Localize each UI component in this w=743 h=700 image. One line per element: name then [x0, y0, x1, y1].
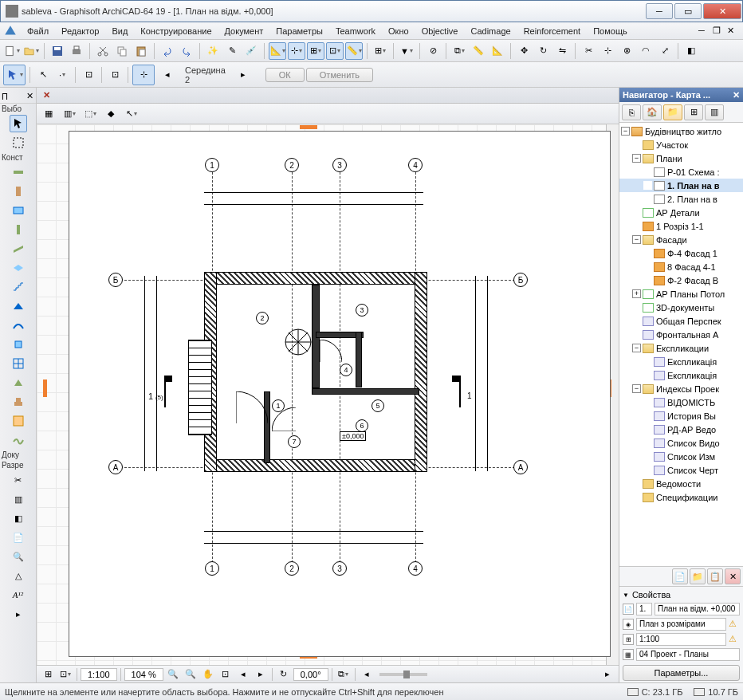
split-button[interactable]: ✂: [580, 42, 597, 60]
fillet-button[interactable]: ◠: [637, 42, 655, 60]
tree-expand-icon[interactable]: −: [632, 384, 641, 393]
nav-tab-sets[interactable]: ▥: [705, 104, 724, 120]
nav-new3-button[interactable]: 📋: [707, 568, 723, 584]
prop-id-field[interactable]: 1.: [636, 603, 652, 615]
tree-row[interactable]: РД-АР Ведо: [619, 423, 743, 436]
menu-help[interactable]: Помощь: [587, 25, 634, 37]
maximize-button[interactable]: ▭: [674, 3, 702, 19]
parameters-button[interactable]: Параметры...: [623, 665, 740, 681]
geometry-point-button[interactable]: ·▾: [53, 66, 71, 84]
marquee-tool[interactable]: [10, 134, 27, 151]
more-tool[interactable]: ▸: [10, 605, 27, 623]
window-tool[interactable]: [10, 202, 27, 219]
menu-teamwork[interactable]: Teamwork: [329, 25, 382, 37]
tree-expand-icon[interactable]: −: [632, 154, 641, 163]
trace-toggle-button[interactable]: ⧉▾: [336, 667, 352, 682]
tree-row[interactable]: +АР Планы Потол: [619, 287, 743, 301]
menu-document[interactable]: Документ: [218, 25, 270, 37]
tree-row[interactable]: Ф-2 Фасад В: [619, 273, 743, 287]
slab-tool[interactable]: [10, 259, 27, 277]
nav-tab-project[interactable]: ⎘: [622, 104, 641, 120]
view-mode2-button[interactable]: ▥▾: [61, 105, 78, 123]
tree-row[interactable]: P-01 Схема :: [619, 165, 743, 179]
rotate-button[interactable]: ↻: [534, 42, 552, 60]
trace-button[interactable]: ⧉▾: [450, 42, 468, 60]
resize-button[interactable]: ⤢: [656, 42, 674, 60]
nav-tab-publisher[interactable]: ⊞: [684, 104, 703, 120]
tree-row[interactable]: 1. План на в: [619, 179, 743, 192]
nav-new1-button[interactable]: 📄: [672, 568, 688, 584]
tree-row[interactable]: 1 Розріз 1-1: [619, 219, 743, 233]
marquee-button[interactable]: ⊡: [106, 66, 124, 84]
tree-row[interactable]: Ф-4 Фасад 1: [619, 246, 743, 260]
menu-window[interactable]: Окно: [382, 25, 415, 37]
arrow-tool-icon[interactable]: ▾: [3, 65, 26, 85]
scroll-left-button[interactable]: ◂: [359, 667, 375, 682]
app-logo-icon[interactable]: [3, 24, 18, 38]
prop-name-field[interactable]: План на відм. +0,000: [655, 603, 740, 615]
menu-objective[interactable]: Objective: [415, 25, 465, 37]
arrow-mode-button[interactable]: ↖▾: [123, 105, 140, 123]
midpoint-button[interactable]: ⊹: [132, 65, 155, 85]
mirror-button[interactable]: ⇋: [553, 42, 571, 60]
props-header[interactable]: Свойства: [623, 588, 740, 601]
fit-button[interactable]: ⊡: [218, 667, 234, 682]
nav-delete-button[interactable]: ✕: [725, 568, 741, 584]
view-mode1-button[interactable]: ▦: [40, 105, 57, 123]
interior-elev-tool[interactable]: ◧: [10, 509, 27, 527]
elevation-tool[interactable]: ▥: [10, 490, 27, 508]
tree-row[interactable]: АР Детали: [619, 206, 743, 219]
hscroll-track[interactable]: [379, 673, 427, 676]
tree-row[interactable]: Список Видо: [619, 436, 743, 450]
detail-tool[interactable]: 🔍: [10, 548, 27, 565]
nav-new2-button[interactable]: 📁: [690, 568, 706, 584]
suspend-button[interactable]: ⊘: [424, 42, 442, 60]
navigator-tree[interactable]: −Будівництво житлоУчасток−ПланиP-01 Схем…: [619, 123, 743, 566]
menu-edit[interactable]: Редактор: [55, 25, 105, 37]
snap-points-button[interactable]: ⊡▾: [326, 42, 344, 60]
midpoint-prev-button[interactable]: ◂: [156, 65, 179, 85]
tree-row[interactable]: ВІДОМІСТЬ: [619, 395, 743, 409]
nav-tab-layout[interactable]: 📁: [663, 104, 682, 120]
intersect-button[interactable]: ⊗: [618, 42, 635, 60]
roof-tool[interactable]: [10, 297, 27, 315]
mdi-minimize-icon[interactable]: ─: [698, 26, 711, 37]
door-tool[interactable]: [10, 183, 27, 200]
prop-scale-field[interactable]: 1:100: [636, 633, 726, 646]
navigator-close-icon[interactable]: ✕: [733, 90, 740, 100]
midpoint-next-button[interactable]: ▸: [232, 65, 254, 85]
pan-button[interactable]: ✋: [200, 667, 216, 682]
tree-row[interactable]: −Индексы Проек: [619, 382, 743, 395]
tree-row[interactable]: Спецификации: [619, 490, 743, 504]
menu-cadimage[interactable]: Cadimage: [464, 25, 517, 37]
mdi-close-icon[interactable]: ✕: [727, 26, 740, 37]
open-button[interactable]: ▾: [22, 42, 40, 60]
paste-button[interactable]: [132, 42, 150, 60]
ruler-button[interactable]: 📏▾: [345, 42, 363, 60]
cancel-button[interactable]: Отменить: [306, 68, 373, 82]
quick-options-button[interactable]: ⊞: [40, 667, 56, 682]
measure-button[interactable]: 📏: [470, 42, 487, 60]
arrow-tool[interactable]: [10, 115, 27, 132]
solid-op-button[interactable]: ◧: [682, 42, 700, 60]
tree-expand-icon[interactable]: +: [632, 289, 641, 298]
tree-row[interactable]: История Вы: [619, 409, 743, 423]
change-tool[interactable]: △: [10, 567, 27, 584]
zoom-field[interactable]: 104 %: [124, 668, 163, 681]
tree-row[interactable]: Фронтальная А: [619, 328, 743, 341]
wall-tool[interactable]: [10, 163, 27, 181]
nav-tab-view[interactable]: 🏠: [643, 104, 662, 120]
geometry-arrow-button[interactable]: ↖: [34, 66, 52, 84]
redo-button[interactable]: [178, 42, 195, 60]
angle-field[interactable]: 0,00°: [293, 668, 328, 681]
tree-row[interactable]: −Будівництво житло: [619, 124, 743, 138]
tree-row[interactable]: Участок: [619, 138, 743, 151]
grid-snap-button[interactable]: ⊞▾: [372, 42, 389, 60]
worksheet-tool[interactable]: 📄: [10, 529, 27, 546]
tree-row[interactable]: −Фасади: [619, 233, 743, 246]
print-button[interactable]: [68, 42, 85, 60]
eyedropper-button[interactable]: ✎: [223, 42, 241, 60]
menu-view[interactable]: Вид: [105, 25, 134, 37]
object-tool[interactable]: [10, 393, 27, 411]
zone-tool[interactable]: [10, 412, 27, 430]
